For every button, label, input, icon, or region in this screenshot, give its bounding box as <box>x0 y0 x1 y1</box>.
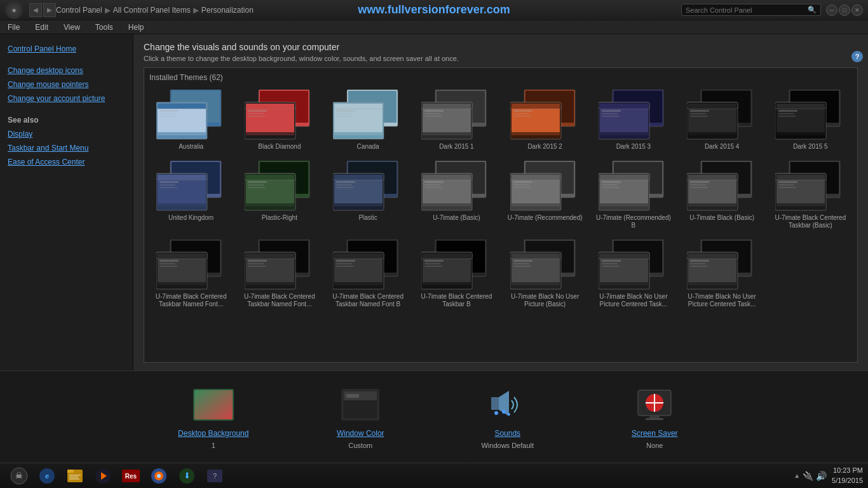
svg-rect-58 <box>602 113 618 114</box>
window-color-label[interactable]: Window Color <box>337 429 384 438</box>
clock[interactable]: 10:23 PM 5/19/2015 <box>832 466 863 485</box>
svg-rect-75 <box>776 104 825 109</box>
theme-item[interactable]: Dark 2015 5 <box>769 87 852 153</box>
theme-item[interactable]: Dark 2015 3 <box>592 87 675 153</box>
svg-rect-95 <box>246 175 294 180</box>
taskbar-explorer[interactable] <box>62 466 88 486</box>
theme-item[interactable]: Plastic-Right <box>238 158 321 232</box>
sidebar-item-home[interactable]: Control Panel Home <box>8 42 125 56</box>
bottom-item-sounds[interactable]: Sounds Windows Default <box>434 376 581 458</box>
back-button[interactable]: ◀ <box>29 3 42 17</box>
menu-edit[interactable]: Edit <box>32 22 51 33</box>
forward-button[interactable]: ▶ <box>43 3 56 17</box>
menu-tools[interactable]: Tools <box>93 22 116 33</box>
theme-item[interactable]: U-7imate Black No User Picture Centered … <box>681 237 764 311</box>
svg-rect-206 <box>512 282 560 286</box>
theme-thumbnail <box>510 240 580 290</box>
sidebar-item-desktop-icons[interactable]: Change desktop icons <box>8 64 125 78</box>
breadcrumb-panel[interactable]: Control Panel <box>56 6 102 15</box>
start-button[interactable]: ☠ <box>6 466 32 486</box>
bottom-item-window-color[interactable]: Window Color Custom <box>287 376 435 458</box>
theme-item[interactable]: Dark 2015 4 <box>681 87 764 153</box>
theme-item[interactable]: Dark 2015 2 <box>503 87 587 153</box>
theme-name: U-7imate Black Centered Taskbar Named Fo… <box>152 293 230 308</box>
search-input[interactable] <box>686 6 808 14</box>
theme-item[interactable]: U-7imate (Recommended) B <box>592 158 675 232</box>
sidebar-item-mouse-pointers[interactable]: Change mouse pointers <box>8 78 125 92</box>
svg-rect-225 <box>688 254 736 259</box>
taskbar-media[interactable] <box>90 466 116 486</box>
sidebar-item-ease-access[interactable]: Ease of Access Center <box>8 155 125 169</box>
svg-rect-6 <box>158 132 206 136</box>
breadcrumb-current: Personalization <box>201 6 254 15</box>
theme-item[interactable]: U-7imate (Recommended) <box>503 158 587 232</box>
screensaver-label[interactable]: Screen Saver <box>632 429 678 438</box>
svg-rect-159 <box>778 187 796 188</box>
minimize-button[interactable]: ─ <box>826 4 837 16</box>
page-subtitle: Click a theme to change the desktop back… <box>144 55 858 62</box>
close-button[interactable]: ✕ <box>851 4 863 16</box>
theme-item[interactable]: U-7imate Black Centered Taskbar (Basic) <box>769 158 852 232</box>
tray-arrow[interactable]: ▲ <box>794 472 800 479</box>
theme-name: U-7imate Black Centered Taskbar Named Fo… <box>329 293 407 308</box>
svg-rect-226 <box>688 282 736 286</box>
theme-thumbnail <box>421 240 491 290</box>
svg-rect-46 <box>512 132 560 136</box>
sidebar-item-display[interactable]: Display <box>8 127 125 141</box>
theme-item[interactable]: Australia <box>149 87 233 153</box>
content-area: Control Panel Home Change desktop icons … <box>0 34 868 370</box>
svg-rect-29 <box>336 116 354 117</box>
breadcrumb-all[interactable]: All Control Panel Items <box>113 6 191 15</box>
watermark: www.fullversionforever.com <box>358 3 510 17</box>
theme-item[interactable]: Dark 2015 1 <box>415 87 498 153</box>
theme-name: Australia <box>179 143 203 151</box>
theme-item[interactable]: United Kingdom <box>149 158 233 232</box>
theme-item[interactable]: U-7imate Black Centered Taskbar Named Fo… <box>238 237 321 311</box>
svg-rect-166 <box>158 282 206 286</box>
theme-item[interactable]: Black Diamond <box>238 87 321 153</box>
menu-file[interactable]: File <box>5 22 22 33</box>
svg-rect-45 <box>512 104 560 109</box>
theme-item[interactable]: Canada <box>327 87 410 153</box>
svg-rect-117 <box>424 181 444 183</box>
theme-item[interactable]: U-7imate Black Centered Taskbar B <box>415 237 498 311</box>
menu-view[interactable]: View <box>61 22 83 33</box>
nav-arrows[interactable]: ◀ ▶ <box>29 3 56 17</box>
menu-help[interactable]: Help <box>126 22 147 33</box>
taskbar-ie[interactable]: e <box>34 466 60 486</box>
sidebar-item-account-picture[interactable]: Change your account picture <box>8 92 125 105</box>
svg-rect-245 <box>649 416 660 418</box>
theme-item[interactable]: U-7imate Black (Basic) <box>681 158 764 232</box>
taskbar-res[interactable]: Res <box>118 466 144 486</box>
svg-rect-156 <box>776 203 825 207</box>
maximize-button[interactable]: □ <box>839 4 850 16</box>
theme-name: Plastic-Right <box>262 214 297 222</box>
svg-rect-138 <box>602 184 618 186</box>
background-label[interactable]: Desktop Background <box>178 429 248 438</box>
bottom-item-screensaver[interactable]: Screen Saver None <box>581 376 729 458</box>
theme-item[interactable]: U-7imate Black No User Picture (Basic) <box>503 237 587 311</box>
themes-container[interactable]: Installed Themes (62) <box>144 67 858 363</box>
background-icon <box>193 384 234 425</box>
theme-item[interactable]: U-7imate Black No User Picture Centered … <box>592 237 675 311</box>
tray-volume[interactable]: 🔊 <box>816 471 827 481</box>
taskbar-torrent[interactable]: ⬇ <box>174 466 200 486</box>
bottom-item-background[interactable]: Desktop Background 1 <box>140 376 287 458</box>
svg-rect-216 <box>600 282 648 286</box>
search-icon[interactable]: 🔍 <box>808 6 817 14</box>
svg-rect-56 <box>600 132 648 136</box>
svg-rect-57 <box>602 110 621 112</box>
search-box[interactable]: 🔍 <box>681 4 821 16</box>
taskbar-unknown[interactable]: ? <box>202 466 227 486</box>
theme-item[interactable]: U-7imate Black Centered Taskbar Named Fo… <box>149 237 233 311</box>
sidebar-item-taskbar[interactable]: Taskbar and Start Menu <box>8 141 125 155</box>
svg-point-262 <box>157 474 161 478</box>
help-icon[interactable]: ? <box>851 51 863 62</box>
taskbar-firefox[interactable] <box>146 466 172 486</box>
theme-item[interactable]: U-7imate (Basic) <box>415 158 498 232</box>
svg-rect-196 <box>423 282 471 286</box>
theme-item[interactable]: Plastic <box>327 158 410 232</box>
theme-item[interactable]: U-7imate Black Centered Taskbar Named Fo… <box>327 237 410 311</box>
sounds-label[interactable]: Sounds <box>494 429 520 438</box>
tray-network[interactable]: 🔌 <box>803 471 813 481</box>
